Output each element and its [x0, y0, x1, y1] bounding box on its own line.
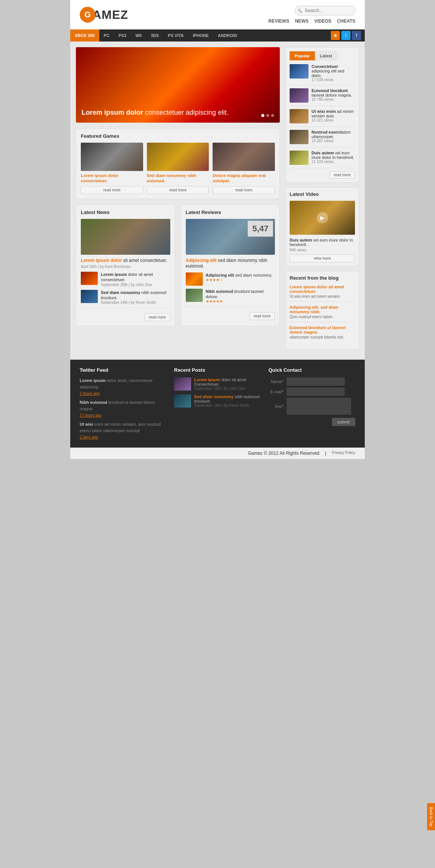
- blog-item-desc-1: Ut wisi enim ad minim veniam.: [290, 294, 355, 299]
- contact-email-input[interactable]: [287, 388, 345, 396]
- tab-popular[interactable]: Popular: [290, 51, 315, 60]
- video-widget: Latest Video ▶ Duis autem vel eum iriure…: [285, 187, 359, 266]
- reviews-footer: read more: [186, 306, 275, 320]
- tab-latest[interactable]: Latest: [315, 51, 337, 60]
- nav-xbox360[interactable]: XBOX 360: [70, 29, 99, 42]
- hero-image: Lorem ipsum dolor consectetuer adipiscin…: [76, 47, 280, 123]
- sidebar-item-title-1: Consectetuer adipiscing elit sed diam.: [312, 64, 355, 78]
- footer-twitter: Twitter Feed Lorem ipsum dolor amet, con…: [80, 367, 167, 440]
- hero-dot-1[interactable]: [261, 114, 264, 117]
- nav-ps3[interactable]: PS3: [114, 29, 131, 42]
- review-item-title-1: Adipiscing elit sed diam nonummy.: [206, 272, 272, 278]
- submit-button[interactable]: submit: [332, 418, 355, 426]
- sidebar-item-5: Duis autem vel eum iriure dolor in hendr…: [290, 151, 355, 168]
- nav-news[interactable]: NEWS: [295, 18, 309, 24]
- hero-dot-2[interactable]: [266, 114, 269, 117]
- news-item-date-2: September 14th | by Kevin Smith: [101, 300, 170, 305]
- nav-pc[interactable]: PC: [99, 29, 114, 42]
- game-title-3: Dolore magna aliquam erat volutpat.: [213, 173, 275, 184]
- nav-cheats[interactable]: CHEATS: [337, 18, 355, 24]
- sidebar-thumb-2: [290, 88, 309, 103]
- content-left: Lorem ipsum dolor consectetuer adipiscin…: [76, 47, 280, 354]
- blog-item-desc-2: Quis nostrud exerci tation.: [290, 315, 355, 319]
- blog-item-desc-3: ullamcorper suscipit lobortis nisl.: [290, 335, 355, 339]
- sidebar-item-views-5: 11 033 views: [312, 160, 355, 164]
- search-bar[interactable]: [295, 6, 355, 15]
- game-thumb-3: [213, 143, 275, 171]
- game-thumb-2: [147, 143, 209, 171]
- reviews-main-image: 5,47: [186, 219, 275, 255]
- blog-item-2: Adipiscing elit, sed diam nonummy nibh. …: [290, 305, 355, 322]
- sidebar: Popular Latest Consectetuer adipiscing e…: [285, 47, 359, 354]
- games-grid: Lorem ipsum dolor consectetuer. read mor…: [81, 143, 275, 194]
- nav-videos[interactable]: VIDEOS: [314, 18, 331, 24]
- footer-tweet-time-1[interactable]: 2 hours ago: [80, 391, 167, 396]
- news-list-item-1: Lorem ipsum dolor sit amet consectetuer.…: [81, 272, 170, 287]
- sidebar-item-2: Euismod tincidunt laoreet dolore magna. …: [290, 88, 355, 106]
- reviews-headline: Adipiscing elit sed diam nonummy nibh eu…: [186, 258, 275, 269]
- blog-item-title-3: Euismod tincidunt ut laoreet dolore magn…: [290, 325, 355, 334]
- logo-circle: G: [80, 7, 96, 23]
- hero-slider: Lorem ipsum dolor consectetuer adipiscin…: [76, 47, 280, 123]
- logo: G AMEZ: [80, 7, 128, 23]
- footer-dark: Twitter Feed Lorem ipsum dolor amet, con…: [70, 360, 365, 448]
- news-item-date-1: September 26th | by John Doe: [101, 283, 170, 287]
- footer-tweet-time-3[interactable]: 2 days ago: [80, 434, 167, 440]
- video-widget-title: Latest Video: [290, 191, 355, 197]
- footer-post-date-2: September 14th | by Kevin Smith: [194, 403, 261, 408]
- sidebar-footer: read more: [290, 171, 355, 179]
- video-thumb: ▶: [290, 201, 355, 235]
- footer-post-info-1: Lorem ipsum dolor sit amet Consectetuer.…: [194, 377, 261, 391]
- play-button[interactable]: ▶: [317, 212, 328, 223]
- footer-tweet-time-2[interactable]: 17 hours ago: [80, 412, 167, 418]
- review-thumb-1: [186, 272, 203, 286]
- featured-games: Featured Games Lorem ipsum dolor consect…: [76, 128, 280, 199]
- sidebar-item-views-3: 16 021 views: [312, 118, 355, 122]
- nav-wii[interactable]: WII: [131, 29, 147, 42]
- sidebar-item-views-2: 16 785 views: [312, 97, 355, 102]
- view-more-button[interactable]: view more: [290, 254, 355, 262]
- game-readmore-3[interactable]: read more: [213, 186, 275, 194]
- sidebar-item-views-4: 14 287 views: [312, 139, 355, 143]
- blog-widget: Recent from the blog Lorem ipsum dolor s…: [285, 271, 359, 349]
- footer-posts: Recent Posts Lorem ipsum dolor sit amet …: [174, 367, 261, 440]
- nav-3ds[interactable]: 3DS: [146, 29, 163, 42]
- facebook-icon[interactable]: f: [352, 31, 361, 40]
- footer-posts-title: Recent Posts: [174, 367, 261, 373]
- hero-dots: [261, 114, 274, 117]
- contact-textarea[interactable]: [287, 398, 351, 415]
- news-item-info-1: Lorem ipsum dolor sit amet consectetuer.…: [101, 272, 170, 287]
- contact-text-label: Text*: [268, 404, 284, 409]
- nav-reviews[interactable]: REVIEWS: [268, 18, 289, 24]
- nav-android[interactable]: ANDROID: [213, 29, 242, 42]
- hero-dot-3[interactable]: [271, 114, 274, 117]
- footer-twitter-title: Twitter Feed: [80, 367, 167, 373]
- footer-post-info-2: Sed diam nonummy nibh euismod tincidunt.…: [194, 394, 261, 408]
- news-readmore[interactable]: read more: [145, 313, 170, 321]
- game-item-2: Sed diam nonummy nibh euismod. read more: [147, 143, 209, 194]
- game-readmore-1[interactable]: read more: [81, 186, 143, 194]
- contact-name-input[interactable]: [287, 377, 345, 386]
- contact-form: Name* E-mail* Text* submit: [268, 377, 355, 426]
- sidebar-readmore[interactable]: read more: [329, 171, 355, 179]
- main-content: Lorem ipsum dolor consectetuer adipiscin…: [70, 42, 365, 360]
- reviews-readmore[interactable]: read more: [249, 312, 275, 320]
- nav-psvita[interactable]: PS VITA: [164, 29, 188, 42]
- popular-widget: Popular Latest Consectetuer adipiscing e…: [285, 47, 359, 183]
- game-readmore-2[interactable]: read more: [147, 186, 209, 194]
- review-stars-2: ★★★★★: [206, 299, 275, 303]
- footer-post-title-2: Sed diam nonummy nibh euismod tincidunt.: [194, 394, 261, 403]
- sidebar-thumb-3: [290, 109, 309, 123]
- search-input[interactable]: [295, 6, 355, 15]
- twitter-icon[interactable]: t: [341, 31, 350, 40]
- sidebar-item-4: Nostrud exercitation ullamcorper. 14 287…: [290, 130, 355, 148]
- nav-iphone[interactable]: IPHONE: [188, 29, 213, 42]
- rss-icon[interactable]: ■: [331, 31, 340, 40]
- sidebar-item-title-5: Duis autem vel eum iriure dolor in hendr…: [312, 151, 355, 160]
- footer-tweet-1: Lorem ipsum dolor amet, consectetuer adi…: [80, 377, 167, 396]
- sidebar-item-title-2: Euismod tincidunt laoreet dolore magna.: [312, 88, 355, 97]
- sidebar-item-title-4: Nostrud exercitation ullamcorper.: [312, 130, 355, 139]
- review-list-item-1: Adipiscing elit sed diam nonummy. ★★★★☆: [186, 272, 275, 286]
- social-icons: ■ t f: [331, 31, 365, 40]
- privacy-link[interactable]: Privacy Policy: [332, 451, 355, 456]
